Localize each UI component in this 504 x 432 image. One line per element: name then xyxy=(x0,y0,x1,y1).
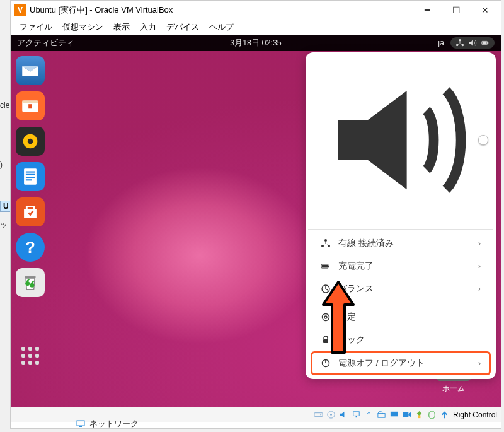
svg-rect-14 xyxy=(26,177,35,178)
menu-help[interactable]: ヘルプ xyxy=(204,22,239,33)
vb-mouse-icon[interactable] xyxy=(427,409,438,421)
vb-audio-icon[interactable] xyxy=(338,409,350,421)
software-icon[interactable] xyxy=(16,197,45,226)
menu-input[interactable]: 入力 xyxy=(135,22,161,33)
svg-text:?: ? xyxy=(25,238,35,256)
menu-devices[interactable]: デバイス xyxy=(161,22,204,33)
chevron-right-icon: › xyxy=(478,239,481,248)
vb-hdd-icon[interactable] xyxy=(313,409,324,421)
battery-icon xyxy=(481,38,490,47)
sysmenu-network[interactable]: 有線 接続済み › xyxy=(311,232,491,255)
dock: ? xyxy=(13,54,49,370)
chevron-right-icon: › xyxy=(478,359,481,368)
writer-icon[interactable] xyxy=(16,162,45,191)
chevron-right-icon: › xyxy=(478,262,481,271)
input-source-indicator[interactable]: ja xyxy=(438,38,444,47)
svg-rect-35 xyxy=(353,412,359,416)
svg-point-34 xyxy=(331,414,333,416)
window-title: Ubuntu [実行中] - Oracle VM VirtualBox xyxy=(30,4,413,16)
volume-icon xyxy=(468,38,477,47)
svg-rect-25 xyxy=(328,266,329,267)
power-icon xyxy=(321,358,331,368)
vb-usb-icon[interactable] xyxy=(364,409,375,421)
vb-shared-icon[interactable] xyxy=(376,409,387,421)
files-icon[interactable] xyxy=(16,91,45,120)
vb-guest-additions-icon[interactable] xyxy=(414,409,425,421)
vb-display-icon[interactable] xyxy=(389,409,400,421)
vb-net-icon[interactable] xyxy=(351,409,362,421)
svg-rect-42 xyxy=(79,426,82,427)
virtualbox-window: V Ubuntu [実行中] - Oracle VM VirtualBox ━ … xyxy=(10,0,501,429)
svg-point-10 xyxy=(28,139,33,144)
network-icon xyxy=(455,38,464,47)
svg-point-32 xyxy=(321,414,322,416)
svg-rect-13 xyxy=(26,174,35,175)
network-icon xyxy=(76,419,86,429)
vb-record-icon[interactable] xyxy=(401,409,413,421)
thunderbird-icon[interactable] xyxy=(16,56,45,85)
svg-rect-4 xyxy=(483,42,487,44)
menu-machine[interactable]: 仮想マシン xyxy=(57,22,108,33)
sysmenu-power-off-label: 電源オフ / ログアウト xyxy=(338,358,425,369)
vb-titlebar: V Ubuntu [実行中] - Oracle VM VirtualBox ━ … xyxy=(11,1,501,20)
vb-menubar: ファイル 仮想マシン 表示 入力 デバイス ヘルプ xyxy=(11,20,501,35)
activities-button[interactable]: アクティビティ xyxy=(17,38,74,49)
svg-rect-5 xyxy=(488,42,489,44)
minimize-button[interactable]: ━ xyxy=(413,1,442,20)
svg-rect-15 xyxy=(26,179,32,180)
svg-point-20 xyxy=(324,239,327,242)
svg-rect-8 xyxy=(28,104,32,108)
trash-icon[interactable] xyxy=(16,268,45,297)
sysmenu-battery[interactable]: 充電完了 › xyxy=(311,255,491,277)
vb-cd-icon[interactable] xyxy=(326,409,337,421)
clock[interactable]: 3月18日 02:35 xyxy=(230,38,282,47)
svg-point-18 xyxy=(25,281,30,286)
menu-file[interactable]: ファイル xyxy=(14,22,57,33)
svg-rect-24 xyxy=(322,265,328,267)
help-icon[interactable]: ? xyxy=(16,233,45,262)
vb-hostkey-arrow-icon xyxy=(439,409,450,421)
svg-rect-38 xyxy=(391,412,398,417)
svg-rect-36 xyxy=(356,416,357,417)
close-button[interactable]: ✕ xyxy=(471,1,500,20)
vb-host-key: Right Control xyxy=(452,411,497,419)
sysmenu-network-label: 有線 接続済み xyxy=(338,238,394,249)
svg-point-0 xyxy=(459,39,461,42)
svg-point-19 xyxy=(30,283,34,288)
svg-rect-7 xyxy=(22,101,38,103)
svg-rect-39 xyxy=(403,412,408,417)
battery-full-icon xyxy=(321,261,331,271)
gnome-topbar: アクティビティ 3月18日 02:35 ja xyxy=(11,35,501,51)
apps-grid-button[interactable] xyxy=(16,341,45,370)
wired-network-icon xyxy=(321,238,331,248)
desktop-home-label: ホーム xyxy=(432,383,476,394)
svg-rect-40 xyxy=(418,415,421,418)
chevron-right-icon: › xyxy=(478,284,481,293)
sysmenu-battery-label: 充電完了 xyxy=(338,260,374,272)
menu-view[interactable]: 表示 xyxy=(108,22,135,33)
volume-high-icon xyxy=(318,61,476,219)
guest-screen: アクティビティ 3月18日 02:35 ja xyxy=(11,35,501,407)
svg-rect-41 xyxy=(77,421,84,426)
svg-rect-37 xyxy=(378,414,385,418)
annotation-arrow xyxy=(321,279,356,355)
host-network-label: ネットワーク xyxy=(89,418,139,429)
host-network-item[interactable]: ネットワーク xyxy=(76,418,139,429)
svg-rect-17 xyxy=(25,276,36,278)
rhythmbox-icon[interactable] xyxy=(16,127,45,156)
svg-rect-12 xyxy=(26,172,35,173)
peek-tab-label: U xyxy=(3,202,9,211)
maximize-button[interactable]: ☐ xyxy=(442,1,471,20)
virtualbox-app-icon: V xyxy=(14,4,26,16)
system-tray[interactable] xyxy=(450,37,495,49)
